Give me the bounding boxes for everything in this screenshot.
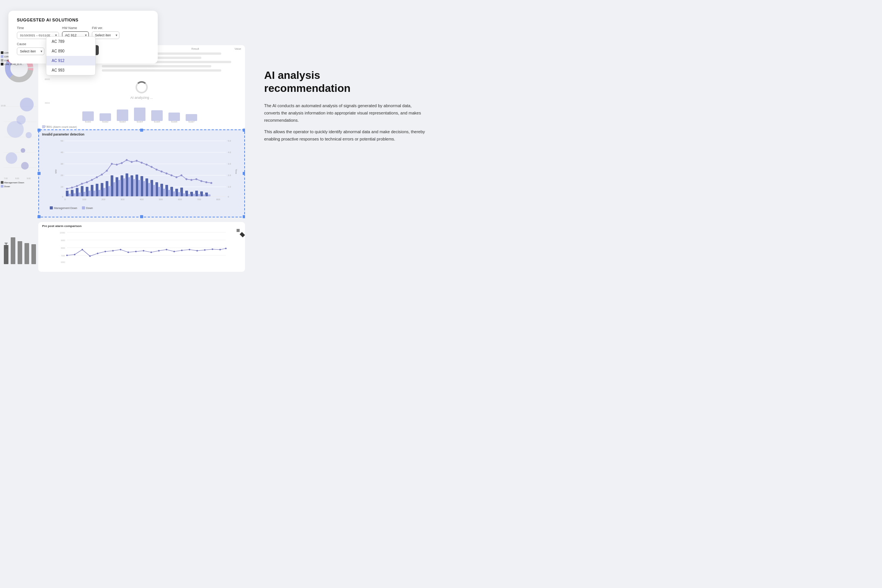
- svg-point-135: [176, 176, 178, 178]
- svg-rect-105: [173, 191, 176, 196]
- dropdown-item-ac890[interactable]: AC 890: [46, 46, 95, 56]
- svg-rect-65: [116, 177, 118, 196]
- svg-text:Score6: Score6: [171, 121, 177, 123]
- svg-rect-86: [78, 193, 81, 196]
- svg-rect-79: [185, 191, 188, 196]
- svg-text:10000: 10000: [60, 232, 65, 234]
- svg-rect-60: [91, 185, 93, 196]
- svg-text:Score5: Score5: [154, 121, 160, 123]
- svg-rect-67: [126, 173, 128, 196]
- svg-text:800: 800: [216, 198, 220, 201]
- bubble-chart: 7.00 8.00 9.00 10.00: [0, 91, 38, 183]
- dropdown-item-ac789[interactable]: AC 789: [46, 37, 95, 46]
- dropdown-item-ac993[interactable]: AC 993: [46, 65, 95, 75]
- svg-point-118: [91, 179, 93, 181]
- svg-point-138: [191, 179, 193, 181]
- svg-rect-89: [93, 191, 96, 196]
- svg-point-26: [26, 132, 32, 138]
- svg-point-170: [112, 250, 114, 252]
- svg-rect-10: [168, 113, 180, 121]
- svg-text:1.0: 1.0: [228, 186, 231, 188]
- svg-rect-77: [175, 189, 178, 196]
- svg-rect-190: [31, 244, 36, 264]
- svg-point-141: [206, 181, 207, 183]
- page-wrapper: SUGGESTED AI SOLUTIONS Time 31/10/2021 –…: [0, 0, 441, 294]
- svg-point-27: [7, 121, 24, 138]
- svg-rect-80: [190, 192, 193, 196]
- svg-text:5.0: 5.0: [228, 140, 231, 142]
- svg-rect-100: [148, 183, 151, 196]
- svg-rect-88: [88, 191, 91, 196]
- svg-text:Score2: Score2: [102, 121, 108, 123]
- fw-select-wrapper[interactable]: Select item: [92, 31, 119, 39]
- svg-rect-187: [11, 237, 15, 264]
- svg-point-171: [120, 249, 121, 250]
- svg-rect-92: [108, 186, 111, 196]
- bubble-legend: Management Down Down: [0, 181, 38, 188]
- resize-cursor-icon: [237, 229, 245, 237]
- svg-point-177: [166, 249, 167, 250]
- filter-card-title: SUGGESTED AI SOLUTIONS: [17, 18, 149, 22]
- ai-title: AI analysis recommendation: [264, 69, 426, 95]
- svg-rect-64: [111, 175, 113, 196]
- svg-point-179: [181, 250, 183, 251]
- svg-point-134: [171, 175, 173, 176]
- invalid-param-legend: Management Down Down: [38, 206, 245, 210]
- svg-text:Score3: Score3: [119, 121, 126, 123]
- svg-text:100: 100: [82, 198, 87, 201]
- svg-rect-56: [71, 190, 74, 196]
- svg-rect-110: [198, 194, 201, 196]
- svg-text:4.0: 4.0: [228, 151, 231, 154]
- svg-point-165: [74, 254, 75, 255]
- svg-text:0: 0: [62, 196, 64, 198]
- cause-select-wrapper[interactable]: Select item: [17, 47, 44, 55]
- avg-label: AVG (Alarm count cause): [47, 126, 77, 128]
- cause-select[interactable]: Select item: [17, 47, 44, 55]
- svg-point-181: [196, 250, 198, 252]
- svg-point-168: [97, 253, 98, 254]
- svg-point-172: [127, 252, 129, 253]
- svg-point-121: [106, 170, 108, 172]
- svg-rect-103: [163, 189, 166, 196]
- svg-rect-98: [138, 180, 141, 196]
- svg-rect-107: [183, 193, 186, 196]
- svg-point-182: [204, 249, 206, 251]
- svg-rect-112: [208, 194, 211, 196]
- pre-post-chart: Pre post alarm comparison 10000 9000 800…: [38, 222, 245, 272]
- svg-point-164: [66, 255, 68, 256]
- svg-rect-62: [101, 183, 103, 196]
- svg-point-117: [86, 181, 88, 183]
- svg-rect-97: [133, 179, 136, 196]
- svg-point-126: [131, 161, 133, 163]
- svg-text:10: 10: [60, 186, 63, 188]
- svg-rect-69: [136, 175, 138, 196]
- svg-text:7.00: 7.00: [4, 177, 8, 180]
- svg-text:200: 200: [101, 198, 106, 201]
- svg-rect-58: [81, 186, 83, 196]
- svg-rect-188: [18, 241, 22, 264]
- svg-marker-153: [240, 232, 245, 237]
- svg-rect-108: [188, 194, 191, 196]
- right-panel: AI analysis recommendation The AI conduc…: [245, 0, 441, 294]
- legend-mgmt-down: Management Down: [54, 207, 77, 209]
- svg-rect-72: [150, 180, 153, 196]
- top-bar-chart-svg: Score1 Score2 Score3 Score4 Score5 Score…: [42, 106, 241, 123]
- svg-rect-5: [82, 111, 94, 121]
- invalid-param-chart-container: Invalid parameter detection 50 40 30 20 …: [38, 129, 245, 217]
- cause-field: Cause Select item: [17, 42, 44, 55]
- dropdown-item-ac912[interactable]: AC 912: [46, 56, 95, 65]
- svg-rect-104: [168, 190, 171, 196]
- svg-rect-106: [178, 192, 181, 196]
- fw-ver-select[interactable]: Select item: [92, 31, 119, 39]
- svg-rect-59: [86, 187, 88, 196]
- svg-text:MW: MW: [55, 169, 57, 173]
- svg-point-127: [136, 160, 138, 162]
- invalid-param-svg: 50 40 30 20 10 0 MW 5.0 4.0 3.0 2.0 1.0 …: [38, 137, 245, 204]
- svg-rect-85: [74, 193, 76, 196]
- svg-point-114: [71, 187, 73, 189]
- invalid-param-title: Invalid parameter detection: [38, 129, 245, 137]
- svg-point-125: [126, 159, 128, 161]
- svg-point-119: [96, 176, 98, 178]
- svg-rect-8: [134, 108, 145, 121]
- legend-down: Down: [86, 207, 93, 209]
